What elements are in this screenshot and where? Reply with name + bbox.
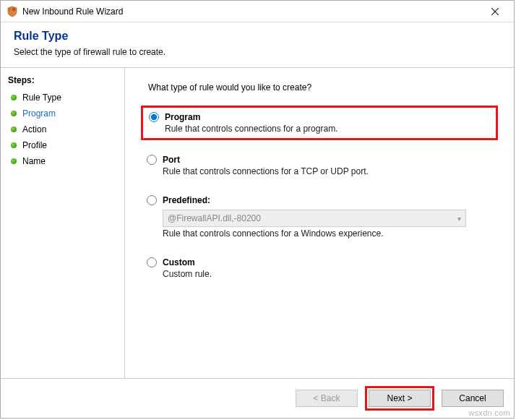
wizard-footer: < Back Next > Cancel [1,378,514,418]
option-program-row[interactable]: Program [149,112,490,122]
wizard-body: Steps: Rule Type Program Action Profile … [1,67,514,378]
content-panel: What type of rule would you like to crea… [125,68,514,378]
wizard-window: New Inbound Rule Wizard Rule Type Select… [0,0,515,419]
back-button: < Back [296,390,358,407]
app-icon [7,6,18,17]
page-title: Rule Type [14,30,501,43]
step-bullet-icon [11,111,17,116]
step-bullet-icon [11,158,17,164]
option-program-title: Program [165,112,200,122]
chevron-down-icon: ▾ [457,215,461,223]
step-rule-type[interactable]: Rule Type [8,90,117,106]
option-port-row[interactable]: Port [147,155,492,165]
radio-port[interactable] [147,155,157,165]
rule-type-question: What type of rule would you like to crea… [148,82,498,93]
titlebar: New Inbound Rule Wizard [1,1,514,22]
next-button[interactable]: Next > [369,390,431,407]
predefined-dropdown: @FirewallAPI.dll,-80200 ▾ [163,210,466,227]
option-custom-desc: Custom rule. [163,269,492,279]
option-custom-title: Custom [163,257,195,267]
close-button[interactable] [479,1,511,22]
option-custom-row[interactable]: Custom [147,257,492,267]
option-port-title: Port [163,155,180,165]
predefined-value: @FirewallAPI.dll,-80200 [168,213,261,223]
step-program[interactable]: Program [8,106,117,121]
steps-sidebar: Steps: Rule Type Program Action Profile … [1,68,125,378]
step-label: Name [22,156,46,166]
step-bullet-icon [11,95,17,100]
next-button-highlight: Next > [365,386,434,411]
step-profile[interactable]: Profile [8,137,117,153]
option-predefined-title: Predefined: [163,195,210,205]
radio-predefined[interactable] [147,195,157,205]
option-program-desc: Rule that controls connections for a pro… [165,124,490,134]
step-bullet-icon [11,127,17,132]
svg-rect-0 [8,8,11,11]
step-name[interactable]: Name [8,153,117,169]
radio-custom[interactable] [147,257,157,267]
svg-rect-1 [12,8,15,11]
step-label: Rule Type [22,93,61,103]
window-title: New Inbound Rule Wizard [22,7,479,17]
radio-program[interactable] [149,112,159,122]
page-subtitle: Select the type of firewall rule to crea… [14,47,501,57]
option-port-desc: Rule that controls connections for a TCP… [163,166,492,176]
close-icon [491,8,499,15]
step-label: Program [22,108,56,119]
option-predefined-desc: Rule that controls connections for a Win… [163,228,492,239]
steps-label: Steps: [8,75,117,85]
step-label: Profile [22,140,47,150]
option-program: Program Rule that controls connections f… [141,106,498,140]
step-label: Action [22,124,46,134]
cancel-button[interactable]: Cancel [442,390,504,407]
step-action[interactable]: Action [8,121,117,137]
wizard-header: Rule Type Select the type of firewall ru… [1,22,514,67]
option-custom: Custom Custom rule. [141,253,498,283]
option-port: Port Rule that controls connections for … [141,150,498,181]
option-predefined-row[interactable]: Predefined: [147,195,492,205]
step-bullet-icon [11,142,17,148]
option-predefined: Predefined: @FirewallAPI.dll,-80200 ▾ Ru… [141,191,498,243]
